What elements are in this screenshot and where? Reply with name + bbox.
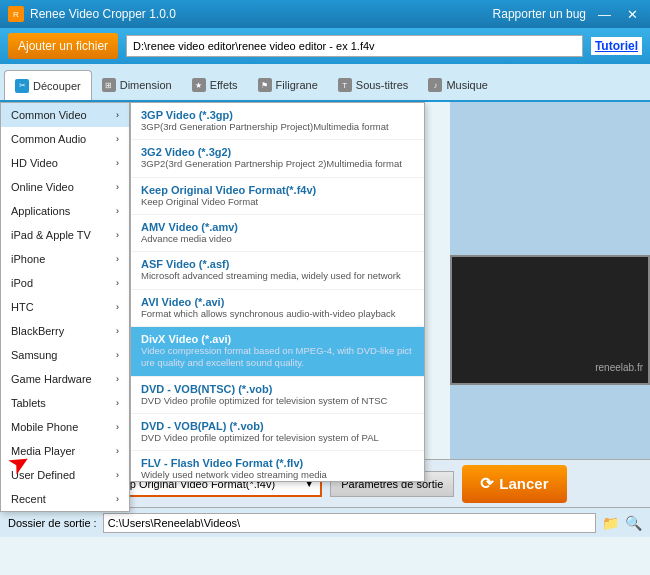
format-dvd-pal-desc: DVD Video profile optimized for televisi… [141,432,414,444]
folder-path-input[interactable] [103,513,596,533]
format-asf[interactable]: ASF Video (*.asf) Microsoft advanced str… [131,252,424,289]
format-3gp[interactable]: 3GP Video (*.3gp) 3GP(3rd Generation Par… [131,103,424,140]
category-online-video-label: Online Video [11,181,74,193]
format-avi[interactable]: AVI Video (*.avi) Format which allows sy… [131,290,424,327]
chevron-right-icon-14: › [116,422,119,432]
category-ipad-label: iPad & Apple TV [11,229,91,241]
category-samsung-label: Samsung [11,349,57,361]
format-amv[interactable]: AMV Video (*.amv) Advance media video [131,215,424,252]
app-logo: R [8,6,24,22]
chevron-right-icon-15: › [116,446,119,456]
format-3g2-desc: 3GP2(3rd Generation Partnership Project … [141,158,414,170]
format-3gp-title: 3GP Video (*.3gp) [141,109,414,121]
category-ipad[interactable]: iPad & Apple TV › [1,223,129,247]
category-blackberry-label: BlackBerry [11,325,64,337]
format-3gp-desc: 3GP(3rd Generation Partnership Project)M… [141,121,414,133]
chevron-right-icon-12: › [116,374,119,384]
format-3g2-title: 3G2 Video (*.3g2) [141,146,414,158]
format-list: 3GP Video (*.3gp) 3GP(3rd Generation Par… [130,102,425,482]
tab-musique[interactable]: ♪ Musique [418,70,498,100]
format-dvd-ntsc-title: DVD - VOB(NTSC) (*.vob) [141,383,414,395]
tab-filigrane[interactable]: ⚑ Filigrane [248,70,328,100]
format-dropdown: Common Video › Common Audio › HD Video ›… [0,102,425,512]
category-iphone[interactable]: iPhone › [1,247,129,271]
preview-canvas: reneelab.fr [450,255,650,385]
report-bug-link[interactable]: Rapporter un bug [493,7,586,21]
chevron-right-icon-9: › [116,302,119,312]
tab-decouper[interactable]: ✂ Découper [4,70,92,100]
format-flv-title: FLV - Flash Video Format (*.flv) [141,457,414,469]
category-common-audio[interactable]: Common Audio › [1,127,129,151]
category-iphone-label: iPhone [11,253,45,265]
close-button[interactable]: ✕ [623,7,642,22]
filigrane-icon: ⚑ [258,78,272,92]
tutorial-link[interactable]: Tutoriel [591,37,642,55]
category-tablets[interactable]: Tablets › [1,391,129,415]
folder-browse-icon[interactable]: 📁 [602,515,619,531]
app-title: Renee Video Cropper 1.0.0 [30,7,176,21]
dimension-icon: ⊞ [102,78,116,92]
chevron-right-icon-8: › [116,278,119,288]
category-hd-video-label: HD Video [11,157,58,169]
main-content: Degré de rotation ↺ ↻ La rotation remet … [0,102,650,537]
format-avi-desc: Format which allows synchronous audio-wi… [141,308,414,320]
format-flv-desc: Widely used network video streaming medi… [141,469,414,481]
category-common-video[interactable]: Common Video › [1,103,129,127]
category-game-hardware-label: Game Hardware [11,373,92,385]
chevron-right-icon-4: › [116,182,119,192]
chevron-right-icon-3: › [116,158,119,168]
launch-icon: ⟳ [480,474,493,493]
watermark-text: reneelab.fr [595,362,643,373]
tab-effets-label: Effets [210,79,238,91]
format-asf-title: ASF Video (*.asf) [141,258,414,270]
format-dvd-ntsc[interactable]: DVD - VOB(NTSC) (*.vob) DVD Video profil… [131,377,424,414]
category-game-hardware[interactable]: Game Hardware › [1,367,129,391]
format-3g2[interactable]: 3G2 Video (*.3g2) 3GP2(3rd Generation Pa… [131,140,424,177]
minimize-button[interactable]: — [594,7,615,22]
effets-icon: ★ [192,78,206,92]
tab-musique-label: Musique [446,79,488,91]
format-amv-title: AMV Video (*.amv) [141,221,414,233]
musique-icon: ♪ [428,78,442,92]
category-htc-label: HTC [11,301,34,313]
chevron-right-icon-2: › [116,134,119,144]
format-divx-desc: Video compression format based on MPEG-4… [141,345,414,370]
chevron-right-icon-16: › [116,470,119,480]
format-divx[interactable]: DivX Video (*.avi) Video compression for… [131,327,424,377]
folder-search-icon[interactable]: 🔍 [625,515,642,531]
tab-filigrane-label: Filigrane [276,79,318,91]
sous-titres-icon: T [338,78,352,92]
chevron-right-icon-7: › [116,254,119,264]
chevron-right-icon-11: › [116,350,119,360]
add-file-button[interactable]: Ajouter un fichier [8,33,118,59]
category-common-video-label: Common Video [11,109,87,121]
category-ipod[interactable]: iPod › [1,271,129,295]
tab-sous-titres[interactable]: T Sous-titres [328,70,419,100]
tab-effets[interactable]: ★ Effets [182,70,248,100]
chevron-right-icon: › [116,110,119,120]
category-mobile-phone[interactable]: Mobile Phone › [1,415,129,439]
category-recent[interactable]: Recent › [1,487,129,511]
tab-sous-titres-label: Sous-titres [356,79,409,91]
category-hd-video[interactable]: HD Video › [1,151,129,175]
category-recent-label: Recent [11,493,46,505]
category-online-video[interactable]: Online Video › [1,175,129,199]
category-blackberry[interactable]: BlackBerry › [1,319,129,343]
tab-dimension-label: Dimension [120,79,172,91]
category-htc[interactable]: HTC › [1,295,129,319]
format-dvd-pal-title: DVD - VOB(PAL) (*.vob) [141,420,414,432]
format-dvd-pal[interactable]: DVD - VOB(PAL) (*.vob) DVD Video profile… [131,414,424,451]
category-samsung[interactable]: Samsung › [1,343,129,367]
format-f4v-title: Keep Original Video Format(*.f4v) [141,184,414,196]
format-avi-title: AVI Video (*.avi) [141,296,414,308]
file-path-input[interactable] [126,35,583,57]
tab-bar: ✂ Découper ⊞ Dimension ★ Effets ⚑ Filigr… [0,64,650,102]
launch-button[interactable]: ⟳ Lancer [462,465,566,503]
tab-dimension[interactable]: ⊞ Dimension [92,70,182,100]
category-applications-label: Applications [11,205,70,217]
category-applications[interactable]: Applications › [1,199,129,223]
format-f4v[interactable]: Keep Original Video Format(*.f4v) Keep O… [131,178,424,215]
chevron-right-icon-5: › [116,206,119,216]
format-asf-desc: Microsoft advanced streaming media, wide… [141,270,414,282]
format-flv[interactable]: FLV - Flash Video Format (*.flv) Widely … [131,451,424,482]
